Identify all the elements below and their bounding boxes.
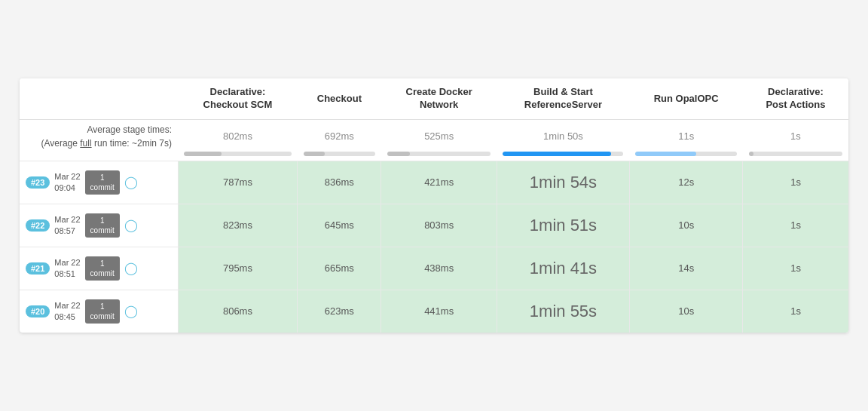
build-date-20: Mar 22 [54, 300, 80, 311]
bar-checkout [298, 152, 381, 161]
stage-21-checkout: 665ms [298, 247, 381, 290]
build-time-21: 08:51 [54, 268, 80, 280]
stage-20-checkout: 623ms [298, 290, 381, 333]
stage-21-run-opalopc: 14s [629, 247, 742, 290]
build-number-20[interactable]: #20 [26, 305, 50, 317]
stage-20-run-opalopc: 10s [629, 290, 742, 333]
bar-fill-post-actions [749, 152, 753, 156]
bar-checkout-scm [178, 152, 298, 161]
build-row-22: #22 Mar 22 08:57 1commit ◯ 823ms 645ms 8… [20, 204, 848, 247]
clock-icon-20: ◯ [124, 304, 138, 318]
build-left-23: #23 Mar 22 09:04 1commit ◯ [20, 161, 178, 204]
stage-23-checkout: 836ms [298, 161, 381, 204]
build-meta-23: Mar 22 09:04 [54, 171, 80, 195]
avg-label: Average stage times: (Average full run t… [20, 119, 178, 152]
col-header-checkout-scm: Declarative:Checkout SCM [178, 78, 298, 119]
stage-22-build-start: 1min 51s [497, 204, 629, 247]
build-time-23: 09:04 [54, 182, 80, 194]
bar-left-empty [20, 152, 178, 161]
bar-fill-docker-network [387, 152, 410, 156]
stage-22-run-opalopc: 10s [629, 204, 742, 247]
build-row-23: #23 Mar 22 09:04 1commit ◯ 787ms 836ms 4… [20, 161, 848, 204]
build-number-22[interactable]: #22 [26, 219, 50, 232]
col-header-run-opalopc: Run OpalOPC [629, 78, 742, 119]
bar-fill-build-start [503, 152, 611, 156]
build-date-23: Mar 22 [54, 171, 80, 182]
bar-post-actions [743, 152, 848, 161]
col-header-build-start: Build & StartReferenceServer [497, 78, 629, 119]
build-date-21: Mar 22 [54, 257, 80, 268]
commit-badge-22[interactable]: 1commit [85, 213, 120, 238]
stage-23-post-actions: 1s [743, 161, 848, 204]
build-time-20: 08:45 [54, 311, 80, 323]
clock-icon-21: ◯ [124, 261, 138, 275]
col-header-checkout: Checkout [298, 78, 381, 119]
stage-21-build-start: 1min 41s [497, 247, 629, 290]
stage-22-post-actions: 1s [743, 204, 848, 247]
avg-checkout-scm: 802ms [178, 119, 298, 152]
build-meta-20: Mar 22 08:45 [54, 300, 80, 324]
commit-badge-21[interactable]: 1commit [85, 256, 120, 281]
bar-fill-run-opalopc [635, 152, 696, 156]
stage-20-post-actions: 1s [743, 290, 848, 333]
col-header-docker-network: Create DockerNetwork [381, 78, 497, 119]
stage-23-run-opalopc: 12s [629, 161, 742, 204]
build-left-20: #20 Mar 22 08:45 1commit ◯ [20, 290, 178, 333]
commit-badge-20[interactable]: 1commit [85, 299, 120, 324]
column-header-row: Declarative:Checkout SCM Checkout Create… [20, 78, 848, 119]
commit-badge-23[interactable]: 1commit [85, 170, 120, 195]
bar-fill-checkout-scm [184, 152, 222, 156]
bar-run-opalopc [629, 152, 742, 161]
clock-icon-22: ◯ [124, 218, 138, 232]
stage-22-checkout-scm: 823ms [178, 204, 298, 247]
build-number-21[interactable]: #21 [26, 262, 50, 275]
bar-fill-checkout [304, 152, 325, 156]
stage-20-docker-network: 441ms [381, 290, 497, 333]
stage-21-post-actions: 1s [743, 247, 848, 290]
build-number-23[interactable]: #23 [26, 176, 50, 189]
build-left-22: #22 Mar 22 08:57 1commit ◯ [20, 204, 178, 247]
build-meta-22: Mar 22 08:57 [54, 214, 80, 238]
stage-20-build-start: 1min 55s [497, 290, 629, 333]
clock-icon-23: ◯ [124, 175, 138, 189]
stage-22-checkout: 645ms [298, 204, 381, 247]
stage-21-checkout-scm: 795ms [178, 247, 298, 290]
build-meta-21: Mar 22 08:51 [54, 257, 80, 281]
build-row-20: #20 Mar 22 08:45 1commit ◯ 806ms 623ms 4… [20, 290, 848, 333]
build-date-22: Mar 22 [54, 214, 80, 225]
left-header-cell [20, 78, 178, 119]
avg-run-opalopc: 11s [629, 119, 742, 152]
stage-23-docker-network: 421ms [381, 161, 497, 204]
stage-23-checkout-scm: 787ms [178, 161, 298, 204]
build-row-21: #21 Mar 22 08:51 1commit ◯ 795ms 665ms 4… [20, 247, 848, 290]
progress-bar-row [20, 152, 848, 161]
full-link[interactable]: full [80, 138, 91, 149]
avg-build-start: 1min 50s [497, 119, 629, 152]
bar-docker-network [381, 152, 497, 161]
avg-checkout: 692ms [298, 119, 381, 152]
avg-docker-network: 525ms [381, 119, 497, 152]
stage-22-docker-network: 803ms [381, 204, 497, 247]
stage-21-docker-network: 438ms [381, 247, 497, 290]
average-times-row: Average stage times: (Average full run t… [20, 119, 848, 152]
col-header-post-actions: Declarative:Post Actions [743, 78, 848, 119]
stage-20-checkout-scm: 806ms [178, 290, 298, 333]
stage-23-build-start: 1min 54s [497, 161, 629, 204]
build-time-22: 08:57 [54, 225, 80, 237]
pipeline-timing-table: Declarative:Checkout SCM Checkout Create… [20, 78, 848, 333]
build-left-21: #21 Mar 22 08:51 1commit ◯ [20, 247, 178, 290]
bar-build-start [497, 152, 629, 161]
avg-post-actions: 1s [743, 119, 848, 152]
